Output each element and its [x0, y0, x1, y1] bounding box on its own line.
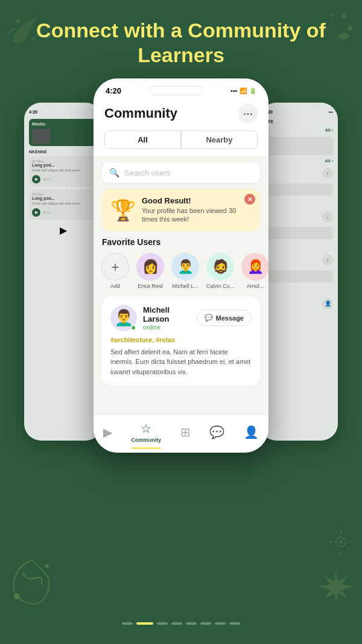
hero-title: Connect with a Community of Learners: [0, 18, 362, 68]
play-nav-icon: ▶: [103, 425, 112, 439]
fav-name-3: Arnol...: [247, 283, 264, 289]
fav-avatar-1: 👨‍🦱: [171, 253, 199, 281]
dot-0[interactable]: [122, 622, 133, 625]
nav-profile[interactable]: 👤: [244, 425, 259, 439]
status-bar: 4:20 ▪▪▪ 📶 🔋: [94, 78, 268, 99]
svg-point-5: [45, 564, 49, 568]
notification-banner: 🏆 Good Result! Your profile has been vie…: [102, 189, 260, 231]
page-indicators: [122, 622, 240, 625]
nav-grid[interactable]: ⊞: [180, 425, 191, 439]
user-tags: #architecture, #relax: [110, 336, 252, 343]
community-nav-icon: ☆: [141, 421, 151, 436]
side-left-item-1: 20 May Long pod... Amet min aliqua dol d…: [29, 156, 98, 187]
deco-bottom-right-icon: [315, 566, 357, 611]
dot-7[interactable]: [229, 622, 240, 625]
search-icon: 🔍: [109, 168, 119, 177]
user-card: 👨‍🦱 Michell Larson online 💬 Message #arc…: [102, 296, 260, 386]
phone-side-right: 4:20 ▪▪▪ ATE All › All › ↑ ↓ ↑ 👤: [259, 103, 338, 441]
nav-community[interactable]: ☆ Community: [132, 421, 162, 443]
bottom-nav: ▶ ☆ Community ⊞ 💬 👤: [94, 415, 268, 453]
user-name: Michell Larson: [143, 305, 197, 324]
fav-name-2: Calvin Cu...: [206, 283, 235, 289]
notif-emoji: 🏆: [110, 198, 136, 222]
notif-body: Your profile has been viewed 30 times th…: [142, 206, 253, 224]
chat-nav-icon: 💬: [209, 425, 224, 439]
dot-6[interactable]: [215, 622, 226, 625]
tab-nearby[interactable]: Nearby: [181, 130, 258, 149]
tab-switcher: All Nearby: [94, 130, 268, 156]
fav-add-button[interactable]: ＋: [101, 253, 129, 281]
user-bio: Sed affert delenit ea. Nam at ferri face…: [110, 347, 252, 377]
side-play-2: ▶: [32, 208, 40, 217]
favorite-users-row: ＋ Add 👩 Erica Reid 👨‍🦱 Michell L... 🧔 Ca…: [94, 253, 268, 289]
message-button[interactable]: 💬 Message: [197, 310, 252, 326]
side-left-section: Medic: [32, 121, 95, 127]
online-indicator: [130, 325, 136, 331]
profile-nav-icon: 👤: [244, 425, 259, 439]
dot-3[interactable]: [171, 622, 182, 625]
side-play-1: ▶: [32, 175, 40, 183]
user-status: online: [143, 324, 197, 331]
fav-avatar-2: 🧔: [206, 253, 234, 281]
search-bar[interactable]: 🔍 Search users: [102, 162, 260, 183]
dot-1[interactable]: [136, 622, 153, 625]
nav-play[interactable]: ▶: [103, 425, 112, 439]
phone-side-left: 4:20 ▪▪▪ Medic NKENNE 20 May Long pod...…: [24, 103, 103, 441]
fav-add-label: Add: [110, 283, 120, 289]
search-placeholder: Search users: [124, 168, 171, 177]
fav-name-0: Erica Reid: [138, 283, 163, 289]
dot-4[interactable]: [186, 622, 197, 625]
notif-title: Good Result!: [142, 196, 253, 205]
phone-main: 4:20 ▪▪▪ 📶 🔋 Community ⋯ All Nearby 🔍 Se…: [94, 78, 268, 453]
deco-mid-right-icon: [326, 527, 356, 560]
svg-point-2: [329, 13, 334, 18]
fav-avatar-0: 👩: [136, 253, 164, 281]
notif-close-button[interactable]: ✕: [244, 194, 255, 205]
more-icon: ⋯: [243, 108, 253, 120]
community-nav-label: Community: [132, 437, 162, 443]
nav-chat[interactable]: 💬: [209, 425, 224, 439]
dot-2[interactable]: [157, 622, 168, 625]
fav-user-1[interactable]: 👨‍🦱 Michell L...: [170, 253, 201, 289]
fav-user-2[interactable]: 🧔 Calvin Cu...: [205, 253, 236, 289]
grid-nav-icon: ⊞: [180, 425, 191, 439]
fav-name-1: Michell L...: [172, 283, 198, 289]
favorite-users-title: Favorite Users: [102, 237, 260, 247]
fav-user-0[interactable]: 👩 Erica Reid: [135, 253, 166, 289]
phones-wrapper: 4:20 ▪▪▪ Medic NKENNE 20 May Long pod...…: [24, 78, 338, 501]
svg-point-7: [339, 540, 343, 544]
app-title: Community: [104, 106, 177, 121]
fav-add-item[interactable]: ＋ Add: [100, 253, 131, 289]
side-left-user: NKENNE: [29, 150, 98, 154]
deco-bottom-left-icon: [5, 554, 59, 611]
svg-point-4: [14, 593, 20, 599]
status-time: 4:20: [106, 86, 121, 95]
message-icon: 💬: [205, 314, 213, 322]
nav-active-indicator: [131, 447, 161, 449]
fav-avatar-3: 👩‍🦰: [241, 253, 268, 281]
dot-5[interactable]: [200, 622, 211, 625]
more-options-button[interactable]: ⋯: [238, 104, 258, 123]
side-left-item-2: 20 May Long pod... Amet min aliqua dol d…: [29, 190, 98, 220]
side-right-icons: ↑ ↓ ↑ 👤: [264, 168, 333, 309]
tab-all[interactable]: All: [104, 130, 181, 149]
fav-user-3[interactable]: 👩‍🦰 Arnol...: [240, 253, 268, 289]
app-header: Community ⋯: [94, 99, 268, 130]
side-left-time: 4:20: [29, 110, 37, 114]
